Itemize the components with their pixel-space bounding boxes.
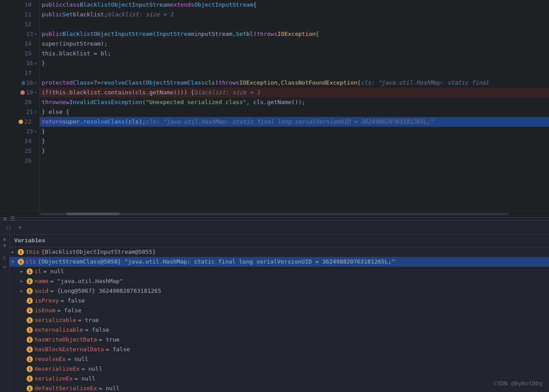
var-name: cls [26,257,36,267]
code-lines-area[interactable]: public class BlacklistObjectInputStream … [40,0,549,211]
var-value: = null [74,374,95,384]
var-row-isEnum[interactable]: iisEnum= false [10,306,549,315]
var-row-suid[interactable]: ▶isuid= {Long@5067} 362498820763181265 [10,286,549,296]
code-line-18[interactable]: protected Class<?> resolveClass(ObjectSt… [40,78,549,88]
code-line-10[interactable]: public class BlacklistObjectInputStream … [40,0,549,10]
fold-arrow[interactable]: ▾ [35,29,37,39]
var-row-hasBlockExternalData[interactable]: ihasBlockExternalData= false [10,345,549,354]
code-line-15[interactable]: this.blacklist = bl; [40,49,549,58]
gutter-row-25: 25 [0,146,39,156]
var-value: = true [78,315,99,325]
var-name: hasWriteObjectData [35,335,97,345]
info-icon: i [27,288,33,294]
line-number: 13 [26,29,33,39]
fold-arrow[interactable]: ▾ [35,88,37,97]
debug-toolbar: ⚇ + [0,221,549,235]
var-name: defaultSerializeEx [35,384,97,392]
fold-arrow[interactable]: ▾ [35,58,37,68]
code-line-14[interactable]: super(inputStream); [40,39,549,49]
expand-icon[interactable]: ▶ [20,267,27,276]
code-editor: 10111213▾141516▾17@18▾19▾2021▾2223▾24252… [0,0,549,217]
var-row-serializeEx[interactable]: iserializeEx= null [10,374,549,384]
code-line-11[interactable]: public Set blacklist; blacklist: size = … [40,10,549,19]
code-line-25[interactable]: } [40,146,549,156]
variables-header: Variables [10,235,549,247]
var-value: = null [99,384,120,392]
fold-arrow[interactable]: ▾ [35,127,37,136]
info-icon: i [27,298,33,304]
debug-panel: ⚇ + ▲ ▼ ⎘ ∞ Variables ▶ithis{BlacklistOb… [0,221,549,392]
line-number: 12 [24,19,31,29]
var-row-serializable[interactable]: iserializable= true [10,315,549,325]
expand-icon[interactable]: ▶ [20,276,27,286]
step-up-button[interactable]: ▲ [1,237,9,241]
add-watch-button[interactable]: + [15,223,25,233]
line-number: 19 [26,88,33,97]
gutter-row-18: @18▾ [0,78,39,88]
info-icon: i [27,346,33,353]
gutter-row-17: 17 [0,68,39,78]
code-line-24[interactable]: } [40,136,549,146]
breakpoint-at-icon[interactable]: @ [22,78,25,88]
filter-button[interactable]: ⚇ [4,223,13,233]
code-line-22[interactable]: return super.resolveClass(cls); cls: "ja… [40,117,549,127]
settings-button[interactable]: ∞ [1,264,9,269]
var-name: isProxy [35,296,59,306]
var-value: {BlacklistObjectInputStream@5055} [41,247,156,257]
var-name: cl [35,267,42,276]
line-number: 17 [24,68,31,78]
line-number: 22 [24,117,31,127]
info-icon: i [27,376,33,382]
var-name: externalizable [35,325,83,335]
var-row-name[interactable]: ▶iname= "java.util.HashMap" [10,276,549,286]
code-line-19[interactable]: if (this.blacklist.contains(cls.getName(… [40,88,549,97]
line-number: 16 [26,58,33,68]
gutter-row-12: 12 [0,19,39,29]
expand-icon[interactable]: ▼ [12,257,18,267]
gutter-row-11: 11 [0,10,39,19]
gutter-row-15: 15 [0,49,39,58]
var-name: deserializeEx [35,364,80,374]
var-row-hasWriteObjectData[interactable]: ihasWriteObjectData= true [10,335,549,345]
step-down-button[interactable]: ▼ [1,243,9,248]
code-line-23[interactable]: } [40,127,549,136]
var-row-cl[interactable]: ▶icl= null [10,267,549,276]
code-line-21[interactable]: } else { [40,107,549,117]
gutter-row-22: 22 [0,117,39,127]
line-number: 14 [24,39,31,49]
code-line-26[interactable] [40,156,549,166]
var-row-externalizable[interactable]: iexternalizable= false [10,325,549,335]
app-container: 10111213▾141516▾17@18▾19▾2021▾2223▾24252… [0,0,549,392]
var-value: = false [106,345,130,354]
var-name: isEnum [35,306,55,315]
gutter-row-20: 20 [0,97,39,107]
expand-icon[interactable]: ▶ [12,247,18,257]
var-row-resolveEx[interactable]: iresolveEx= null [10,354,549,364]
info-icon: i [27,366,33,372]
code-line-13[interactable]: public BlacklistObjectInputStream(InputS… [40,29,549,39]
panel-splitter[interactable]: ⊞ ☰ [0,217,549,221]
breakpoint-orange-icon[interactable] [19,120,23,124]
var-row-deserializeEx[interactable]: ideserializeEx= null [10,364,549,374]
code-scrollbar[interactable] [0,211,549,216]
info-icon: i [27,327,33,333]
breakpoint-red-icon[interactable] [20,90,25,95]
code-line-17[interactable] [40,68,549,78]
code-line-20[interactable]: throw new InvalidClassException("Unexpec… [40,97,549,107]
fold-arrow[interactable]: ▾ [35,107,37,117]
gutter-row-23: 23▾ [0,127,39,136]
var-row-this[interactable]: ▶ithis{BlacklistObjectInputStream@5055} [10,247,549,257]
fold-arrow[interactable]: ▾ [35,78,37,88]
code-line-16[interactable]: } [40,58,549,68]
var-row-defaultSerializeEx[interactable]: idefaultSerializeEx= null [10,384,549,392]
copy-button[interactable]: ⎘ [1,255,9,260]
expand-icon[interactable]: ▶ [20,286,27,296]
var-row-cls[interactable]: ▼icls{ObjectStreamClass@5058} "java.util… [10,257,549,267]
var-row-isProxy[interactable]: iisProxy= false [10,296,549,306]
variables-list[interactable]: ▶ithis{BlacklistObjectInputStream@5055}▼… [10,247,549,392]
var-value: = true [99,335,120,345]
code-line-12[interactable] [40,19,549,29]
line-number: 23 [26,127,33,136]
gutter-row-13: 13▾ [0,29,39,39]
info-icon: i [27,307,33,314]
